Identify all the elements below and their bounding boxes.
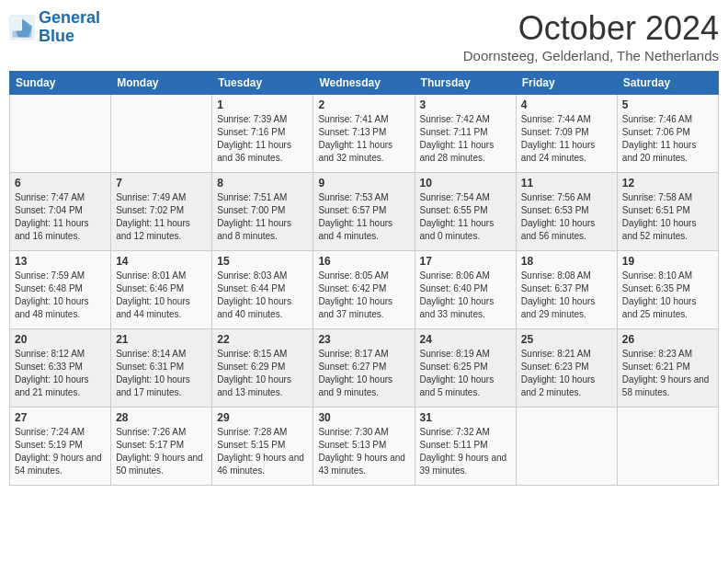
day-detail: Sunrise: 7:30 AMSunset: 5:13 PMDaylight:…: [318, 426, 409, 477]
svg-rect-4: [13, 18, 21, 30]
day-detail: Sunrise: 8:08 AMSunset: 6:37 PMDaylight:…: [521, 270, 612, 321]
day-number: 1: [217, 98, 308, 111]
day-detail: Sunrise: 7:39 AMSunset: 7:16 PMDaylight:…: [217, 113, 308, 165]
day-number: 31: [420, 411, 511, 424]
day-number: 29: [217, 411, 308, 424]
calendar-cell: 26Sunrise: 8:23 AMSunset: 6:21 PMDayligh…: [617, 329, 718, 408]
calendar-cell: 12Sunrise: 7:58 AMSunset: 6:51 PMDayligh…: [617, 173, 718, 251]
calendar-cell: 22Sunrise: 8:15 AMSunset: 6:29 PMDayligh…: [212, 329, 313, 408]
calendar-cell: 20Sunrise: 8:12 AMSunset: 6:33 PMDayligh…: [10, 329, 111, 408]
header-day-friday: Friday: [516, 72, 617, 95]
calendar-cell: 5Sunrise: 7:46 AMSunset: 7:06 PMDaylight…: [617, 95, 718, 173]
calendar-cell: 6Sunrise: 7:47 AMSunset: 7:04 PMDaylight…: [10, 173, 111, 251]
day-detail: Sunrise: 7:46 AMSunset: 7:06 PMDaylight:…: [622, 113, 713, 165]
calendar-cell: [617, 408, 718, 486]
day-detail: Sunrise: 8:01 AMSunset: 6:46 PMDaylight:…: [116, 270, 207, 321]
day-number: 3: [420, 98, 511, 111]
day-detail: Sunrise: 7:44 AMSunset: 7:09 PMDaylight:…: [521, 113, 612, 165]
calendar-table: SundayMondayTuesdayWednesdayThursdayFrid…: [9, 71, 719, 486]
calendar-cell: 17Sunrise: 8:06 AMSunset: 6:40 PMDayligh…: [415, 251, 516, 329]
calendar-cell: 14Sunrise: 8:01 AMSunset: 6:46 PMDayligh…: [111, 251, 212, 329]
calendar-cell: 29Sunrise: 7:28 AMSunset: 5:15 PMDayligh…: [212, 408, 313, 486]
month-title: October 2024: [463, 9, 719, 48]
calendar-cell: 3Sunrise: 7:42 AMSunset: 7:11 PMDaylight…: [415, 95, 516, 173]
day-number: 13: [15, 255, 106, 268]
calendar-cell: 2Sunrise: 7:41 AMSunset: 7:13 PMDaylight…: [313, 95, 415, 173]
day-number: 7: [116, 177, 207, 190]
day-detail: Sunrise: 8:21 AMSunset: 6:23 PMDaylight:…: [521, 348, 612, 399]
day-detail: Sunrise: 7:58 AMSunset: 6:51 PMDaylight:…: [622, 191, 713, 243]
day-number: 9: [318, 177, 409, 190]
day-number: 10: [420, 177, 511, 190]
day-detail: Sunrise: 8:19 AMSunset: 6:25 PMDaylight:…: [420, 348, 511, 399]
calendar-cell: 28Sunrise: 7:26 AMSunset: 5:17 PMDayligh…: [111, 408, 212, 486]
calendar-cell: 23Sunrise: 8:17 AMSunset: 6:27 PMDayligh…: [313, 329, 415, 408]
calendar-cell: 9Sunrise: 7:53 AMSunset: 6:57 PMDaylight…: [313, 173, 415, 251]
day-number: 17: [420, 255, 511, 268]
calendar-cell: [10, 95, 111, 173]
calendar-cell: [516, 408, 617, 486]
calendar-cell: 1Sunrise: 7:39 AMSunset: 7:16 PMDaylight…: [212, 95, 313, 173]
day-detail: Sunrise: 8:10 AMSunset: 6:35 PMDaylight:…: [622, 270, 713, 321]
header-day-thursday: Thursday: [415, 72, 516, 95]
day-number: 19: [622, 255, 713, 268]
day-detail: Sunrise: 8:12 AMSunset: 6:33 PMDaylight:…: [15, 348, 106, 399]
day-detail: Sunrise: 8:14 AMSunset: 6:31 PMDaylight:…: [116, 348, 207, 399]
week-row-4: 20Sunrise: 8:12 AMSunset: 6:33 PMDayligh…: [10, 329, 719, 408]
day-detail: Sunrise: 7:42 AMSunset: 7:11 PMDaylight:…: [420, 113, 511, 165]
calendar-cell: 10Sunrise: 7:54 AMSunset: 6:55 PMDayligh…: [415, 173, 516, 251]
header-day-monday: Monday: [111, 72, 212, 95]
day-number: 24: [420, 333, 511, 346]
day-number: 25: [521, 333, 612, 346]
logo-icon: [9, 15, 35, 40]
calendar-cell: 27Sunrise: 7:24 AMSunset: 5:19 PMDayligh…: [10, 408, 111, 486]
week-row-3: 13Sunrise: 7:59 AMSunset: 6:48 PMDayligh…: [10, 251, 719, 329]
calendar-cell: 4Sunrise: 7:44 AMSunset: 7:09 PMDaylight…: [516, 95, 617, 173]
calendar-cell: [111, 95, 212, 173]
day-number: 15: [217, 255, 308, 268]
day-detail: Sunrise: 8:05 AMSunset: 6:42 PMDaylight:…: [318, 270, 409, 321]
day-number: 30: [318, 411, 409, 424]
day-detail: Sunrise: 8:03 AMSunset: 6:44 PMDaylight:…: [217, 270, 308, 321]
day-detail: Sunrise: 7:56 AMSunset: 6:53 PMDaylight:…: [521, 191, 612, 243]
day-number: 20: [15, 333, 106, 346]
day-detail: Sunrise: 8:06 AMSunset: 6:40 PMDaylight:…: [420, 270, 511, 321]
day-detail: Sunrise: 7:47 AMSunset: 7:04 PMDaylight:…: [15, 191, 106, 243]
day-detail: Sunrise: 7:51 AMSunset: 7:00 PMDaylight:…: [217, 191, 308, 243]
day-number: 4: [521, 98, 612, 111]
day-number: 22: [217, 333, 308, 346]
calendar-cell: 11Sunrise: 7:56 AMSunset: 6:53 PMDayligh…: [516, 173, 617, 251]
calendar-cell: 19Sunrise: 8:10 AMSunset: 6:35 PMDayligh…: [617, 251, 718, 329]
day-detail: Sunrise: 7:54 AMSunset: 6:55 PMDaylight:…: [420, 191, 511, 243]
title-block: October 2024 Doornsteeg, Gelderland, The…: [463, 9, 719, 63]
header-day-wednesday: Wednesday: [313, 72, 415, 95]
day-detail: Sunrise: 7:26 AMSunset: 5:17 PMDaylight:…: [116, 426, 207, 477]
calendar-cell: 21Sunrise: 8:14 AMSunset: 6:31 PMDayligh…: [111, 329, 212, 408]
calendar-cell: 15Sunrise: 8:03 AMSunset: 6:44 PMDayligh…: [212, 251, 313, 329]
logo: General Blue: [9, 9, 100, 46]
header-day-sunday: Sunday: [10, 72, 111, 95]
day-detail: Sunrise: 7:41 AMSunset: 7:13 PMDaylight:…: [318, 113, 409, 165]
calendar-cell: 25Sunrise: 8:21 AMSunset: 6:23 PMDayligh…: [516, 329, 617, 408]
day-number: 6: [15, 177, 106, 190]
location-title: Doornsteeg, Gelderland, The Netherlands: [463, 48, 719, 63]
day-detail: Sunrise: 8:17 AMSunset: 6:27 PMDaylight:…: [318, 348, 409, 399]
day-detail: Sunrise: 7:53 AMSunset: 6:57 PMDaylight:…: [318, 191, 409, 243]
day-detail: Sunrise: 7:59 AMSunset: 6:48 PMDaylight:…: [15, 270, 106, 321]
day-detail: Sunrise: 7:28 AMSunset: 5:15 PMDaylight:…: [217, 426, 308, 477]
calendar-cell: 7Sunrise: 7:49 AMSunset: 7:02 PMDaylight…: [111, 173, 212, 251]
day-number: 26: [622, 333, 713, 346]
page-header: General Blue October 2024 Doornsteeg, Ge…: [9, 9, 719, 63]
day-number: 5: [622, 98, 713, 111]
day-number: 16: [318, 255, 409, 268]
day-number: 11: [521, 177, 612, 190]
day-number: 8: [217, 177, 308, 190]
header-day-saturday: Saturday: [617, 72, 718, 95]
day-detail: Sunrise: 8:15 AMSunset: 6:29 PMDaylight:…: [217, 348, 308, 399]
day-number: 28: [116, 411, 207, 424]
day-detail: Sunrise: 7:24 AMSunset: 5:19 PMDaylight:…: [15, 426, 106, 477]
day-detail: Sunrise: 8:23 AMSunset: 6:21 PMDaylight:…: [622, 348, 713, 399]
day-number: 14: [116, 255, 207, 268]
week-row-5: 27Sunrise: 7:24 AMSunset: 5:19 PMDayligh…: [10, 408, 719, 486]
calendar-cell: 16Sunrise: 8:05 AMSunset: 6:42 PMDayligh…: [313, 251, 415, 329]
